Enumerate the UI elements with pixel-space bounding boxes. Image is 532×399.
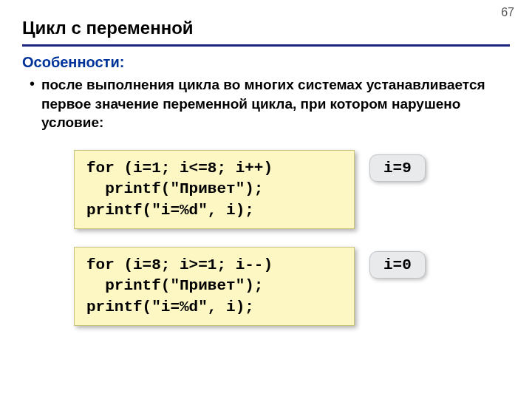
result-badge: i=9 — [369, 154, 426, 182]
example-2: for (i=8; i>=1; i--) printf("Привет"); p… — [74, 247, 466, 326]
code-block: for (i=1; i<=8; i++) printf("Привет"); p… — [74, 150, 355, 229]
slide-title: Цикл с переменной — [0, 0, 532, 41]
code-block: for (i=8; i>=1; i--) printf("Привет"); p… — [74, 247, 355, 326]
example-1: for (i=1; i<=8; i++) printf("Привет"); p… — [74, 150, 466, 229]
bullet-item: после выполнения цикла во многих система… — [0, 74, 532, 143]
subtitle: Особенности: — [0, 47, 532, 74]
page-number: 67 — [501, 6, 514, 19]
bullet-text: после выполнения цикла во многих система… — [41, 75, 510, 132]
result-badge: i=0 — [369, 251, 426, 279]
